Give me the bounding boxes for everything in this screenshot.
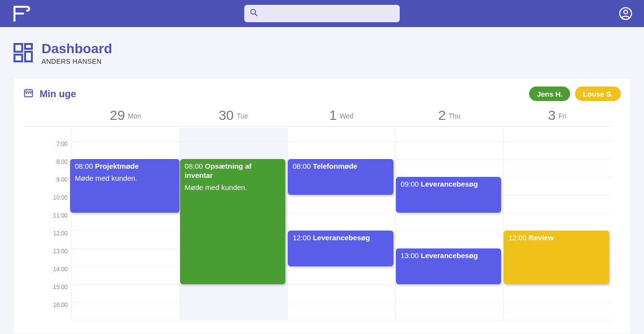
svg-rect-6 — [25, 44, 32, 49]
svg-point-1 — [251, 9, 255, 14]
calendar-event[interactable]: 08:00 Opsætning af inventarMøde med kund… — [180, 159, 286, 284]
time-label: 15:00 — [23, 284, 71, 302]
time-axis: 7:008:009:0010:0011:0012:0013:0014:0015:… — [23, 128, 71, 320]
calendar-event[interactable]: 13:00 Leverancebesøg — [396, 248, 502, 284]
svg-point-0 — [14, 19, 16, 22]
time-label: 9:00 — [23, 176, 71, 194]
calendar-event[interactable]: 08:00 ProjektmødeMøde med kunden. — [70, 159, 180, 213]
page-header: Dashboard ANDERS HANSEN — [0, 27, 644, 75]
page-title: Dashboard — [42, 42, 112, 56]
time-label: 7:00 — [23, 141, 71, 159]
svg-rect-7 — [14, 55, 22, 61]
search-input[interactable] — [262, 5, 395, 22]
time-label: 12:00 — [23, 230, 71, 248]
day-header: 1Wed — [287, 108, 395, 123]
dashboard-icon — [14, 43, 33, 64]
time-label: 11:00 — [23, 212, 71, 230]
page-subtitle-user: ANDERS HANSEN — [42, 58, 112, 65]
time-label: 16:00 — [23, 302, 71, 319]
day-column: 12:00 Review — [503, 128, 611, 320]
day-header-row: 29Mon 30Tue 1Wed 2Thu 3Fri — [23, 108, 611, 127]
day-column: 09:00 Leverancebesøg13:00 Leverancebesøg — [395, 128, 504, 320]
day-header: 29Mon — [71, 108, 180, 123]
time-label: 14:00 — [23, 266, 71, 284]
calendar-grid: 7:008:009:0010:0011:0012:0013:0014:0015:… — [23, 128, 611, 320]
search-box[interactable] — [244, 5, 400, 22]
calendar-event[interactable]: 12:00 Leverancebesøg — [288, 231, 393, 266]
day-column: 08:00 Opsætning af inventarMøde med kund… — [180, 128, 288, 320]
topbar — [0, 0, 644, 27]
svg-line-2 — [255, 14, 257, 16]
person-chips: Jens H.Louse S. — [529, 87, 621, 101]
calendar-event[interactable]: 09:00 Leverancebesøg — [396, 177, 502, 213]
day-column: 08:00 ProjektmødeMøde med kunden. — [71, 128, 180, 320]
person-chip[interactable]: Jens H. — [529, 87, 570, 101]
calendar-event[interactable]: 12:00 Review — [504, 231, 609, 284]
account-button[interactable] — [618, 6, 633, 21]
time-label: 8:00 — [23, 159, 71, 176]
day-column: 08:00 Telefonmøde12:00 Leverancebesøg — [287, 128, 395, 320]
calendar-icon — [23, 87, 34, 100]
day-header: 2Thu — [395, 108, 504, 123]
svg-point-4 — [624, 10, 628, 14]
time-label: 10:00 — [23, 194, 71, 212]
time-label: 13:00 — [23, 248, 71, 266]
day-header: 3Fri — [503, 108, 611, 123]
svg-rect-8 — [25, 52, 32, 61]
day-header: 30Tue — [180, 108, 288, 123]
calendar-event[interactable]: 08:00 Telefonmøde — [288, 159, 393, 195]
card-title: Min uge — [40, 88, 76, 100]
brand-logo[interactable] — [11, 4, 32, 23]
search-icon — [249, 8, 259, 19]
person-chip[interactable]: Louse S. — [575, 87, 621, 101]
svg-rect-5 — [14, 44, 22, 52]
calendar-card: Min uge Jens H.Louse S. 29Mon 30Tue 1Wed… — [14, 79, 630, 334]
